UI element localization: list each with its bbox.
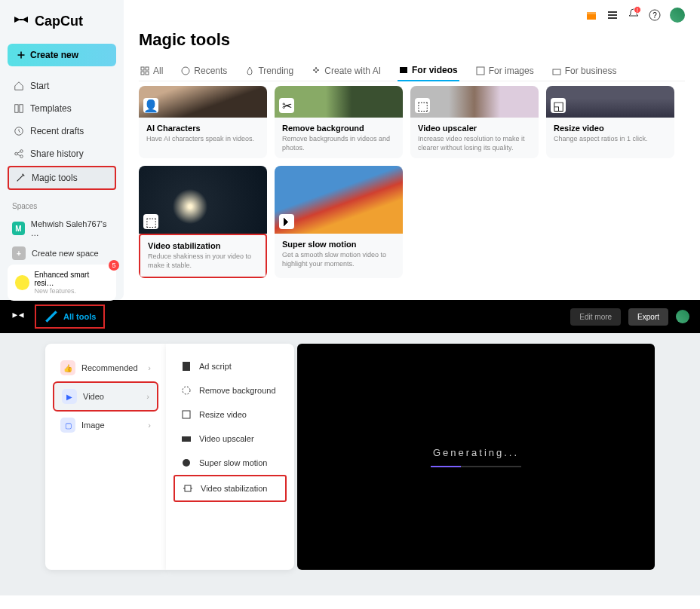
tab-recents[interactable]: Recents	[180, 60, 229, 81]
resize-icon	[181, 409, 192, 420]
card-thumbnail: ✂	[275, 86, 403, 118]
tool-category-panel: 👍Recommended› ▶Video› ▢Image›	[45, 344, 166, 570]
card-ai-characters[interactable]: 👤 AI CharactersHave AI characters speak …	[139, 86, 267, 158]
plus-badge: +	[12, 246, 26, 260]
feature-badge-count: 5	[109, 260, 119, 271]
image-icon	[476, 66, 485, 75]
card-super-slow-motion[interactable]: ⏵ Super slow motionGet a smooth slow mot…	[275, 166, 403, 277]
nav-templates[interactable]: Templates	[8, 98, 116, 119]
notifications-button[interactable]: !	[628, 8, 640, 23]
tool-super-slow-motion[interactable]: Super slow motion	[173, 451, 287, 475]
capcut-logo-icon[interactable]	[11, 309, 26, 324]
create-label: Create new	[30, 50, 78, 60]
card-thumbnail: ◱	[546, 86, 674, 118]
bg-icon	[181, 385, 192, 396]
tab-create-ai[interactable]: Create with AI	[310, 60, 382, 81]
card-thumbnail: ⬚	[139, 166, 267, 234]
nav-recent-drafts[interactable]: Recent drafts	[8, 121, 116, 142]
magic-icon	[44, 309, 59, 324]
nav-magic-tools[interactable]: Magic tools	[8, 166, 116, 190]
card-resize-video[interactable]: ◱ Resize videoChange aspect ratios in 1 …	[546, 86, 674, 158]
topbar: ! ?	[585, 8, 685, 23]
card-remove-background[interactable]: ✂ Remove backgroundRemove backgrounds in…	[275, 86, 403, 158]
nav-start[interactable]: Start	[8, 75, 116, 96]
help-icon[interactable]: ?	[649, 9, 661, 21]
svg-rect-2	[20, 105, 23, 113]
svg-point-6	[20, 155, 23, 158]
stack-icon[interactable]	[606, 9, 619, 21]
tab-for-videos[interactable]: For videos	[398, 60, 459, 81]
tool-resize-video[interactable]: Resize video	[173, 402, 287, 427]
feature-promo[interactable]: 5 Enhanced smart resi… New features.	[8, 265, 116, 301]
card-video-upscaler[interactable]: ⬚ Video upscalerIncrease video resolutio…	[410, 86, 539, 158]
tool-video-stabilization[interactable]: Video stabilization	[173, 475, 287, 502]
nav-share-history[interactable]: Share history	[8, 143, 116, 164]
image-icon: ▢	[60, 418, 75, 433]
svg-rect-11	[141, 67, 144, 70]
fire-icon	[245, 66, 254, 75]
progress-bar	[431, 466, 521, 467]
space-user[interactable]: MMehwish Saleh767's …	[8, 215, 116, 242]
svg-point-4	[15, 152, 18, 155]
editor-section: All tools Edit more Export 👍Recommended›…	[0, 300, 700, 595]
svg-rect-21	[183, 411, 190, 418]
category-image[interactable]: ▢Image›	[53, 412, 158, 439]
brand-name: CapCut	[35, 14, 83, 29]
edit-more-button[interactable]: Edit more	[570, 308, 621, 326]
svg-rect-16	[400, 67, 407, 73]
svg-text:?: ?	[652, 11, 657, 20]
tool-remove-background[interactable]: Remove background	[173, 378, 287, 402]
card-video-stabilization[interactable]: ⬚ Video stabilizationReduce shakiness in…	[139, 166, 267, 277]
filter-tabs: All Recents Trending Create with AI For …	[139, 60, 685, 81]
video-preview: Generating...	[297, 344, 655, 570]
category-video[interactable]: ▶Video›	[53, 381, 158, 412]
grid-icon	[140, 66, 149, 75]
sparkle-icon	[15, 275, 29, 290]
tab-for-images[interactable]: For images	[474, 60, 536, 81]
user-avatar[interactable]	[676, 310, 689, 323]
feature-title: Enhanced smart resi…	[34, 271, 109, 287]
user-avatar[interactable]	[670, 8, 685, 23]
home-icon	[14, 81, 24, 91]
card-title: AI Characters	[146, 124, 259, 133]
card-icon: ◱	[551, 98, 566, 113]
category-recommended[interactable]: 👍Recommended›	[53, 354, 158, 381]
slowmo-icon	[181, 458, 192, 468]
templates-icon	[14, 103, 24, 114]
create-new-button[interactable]: Create new	[8, 44, 116, 66]
card-thumbnail: 👤	[139, 86, 267, 118]
tab-trending[interactable]: Trending	[244, 60, 295, 81]
card-thumbnail: ⏵	[275, 166, 403, 234]
thumbs-up-icon: 👍	[60, 360, 75, 375]
card-title: Resize video	[554, 124, 667, 133]
stab-icon	[183, 483, 193, 494]
clock-icon	[181, 66, 190, 75]
svg-rect-7	[587, 14, 596, 20]
svg-rect-22	[182, 436, 191, 442]
tab-all[interactable]: All	[139, 60, 164, 81]
card-icon: 👤	[143, 98, 158, 113]
svg-rect-17	[477, 67, 484, 75]
plus-icon	[17, 50, 26, 60]
all-tools-button[interactable]: All tools	[35, 304, 105, 329]
svg-rect-8	[587, 12, 596, 14]
space-create-new[interactable]: +Create new space	[8, 242, 116, 265]
upscale-icon	[181, 433, 192, 444]
gift-icon[interactable]	[585, 9, 597, 21]
sidebar: CapCut Create new Start Templates Recent…	[0, 0, 124, 300]
svg-point-23	[183, 459, 190, 467]
tool-video-upscaler[interactable]: Video upscaler	[173, 427, 287, 451]
svg-rect-14	[146, 72, 149, 75]
svg-point-5	[20, 150, 23, 153]
tool-ad-script[interactable]: Ad script	[173, 354, 287, 378]
svg-rect-12	[146, 67, 149, 70]
capcut-logo-icon	[12, 12, 30, 30]
svg-rect-0	[20, 19, 23, 20]
card-icon: ✂	[279, 98, 294, 113]
card-icon: ⬚	[143, 214, 158, 229]
feature-subtitle: New features.	[34, 287, 109, 295]
export-button[interactable]: Export	[628, 308, 668, 326]
tab-for-business[interactable]: For business	[551, 60, 619, 81]
brand-logo[interactable]: CapCut	[8, 9, 116, 33]
card-title: Super slow motion	[282, 240, 395, 249]
